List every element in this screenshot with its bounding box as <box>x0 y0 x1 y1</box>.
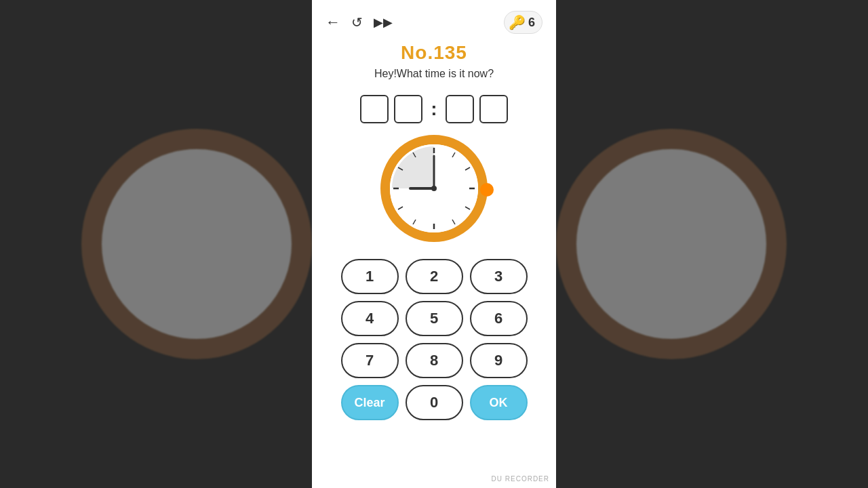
key-badge: 🔑 6 <box>504 11 542 34</box>
bg-clock-right <box>556 129 787 359</box>
ok-button[interactable]: OK <box>470 385 528 420</box>
numpad-row-2: 4 5 6 <box>341 301 528 336</box>
right-background <box>556 0 868 488</box>
answer-boxes: : <box>360 95 507 123</box>
back-button[interactable]: ← <box>326 14 340 31</box>
nav-icons: ← ↺ ▶▶ <box>326 14 393 31</box>
num-btn-0[interactable]: 0 <box>406 385 463 420</box>
numpad: 1 2 3 4 5 6 7 8 9 Clear 0 OK <box>341 259 528 420</box>
left-background <box>0 0 312 488</box>
key-icon: 🔑 <box>509 14 526 30</box>
num-btn-8[interactable]: 8 <box>406 343 463 378</box>
answer-box-3 <box>446 95 474 123</box>
num-btn-6[interactable]: 6 <box>470 301 528 336</box>
orange-dot <box>480 183 494 197</box>
answer-box-1 <box>360 95 389 123</box>
refresh-button[interactable]: ↺ <box>351 14 363 30</box>
clock-container <box>380 134 488 245</box>
phone-panel: ← ↺ ▶▶ 🔑 6 No.135 Hey!What time is it no… <box>312 0 556 488</box>
key-count: 6 <box>528 16 535 30</box>
num-btn-4[interactable]: 4 <box>341 301 399 336</box>
clock-svg <box>380 134 488 243</box>
numpad-row-4: Clear 0 OK <box>341 385 528 420</box>
clear-button[interactable]: Clear <box>341 385 399 420</box>
numpad-row-1: 1 2 3 <box>341 259 528 294</box>
puzzle-question: Hey!What time is it now? <box>374 68 494 80</box>
svg-point-16 <box>431 186 437 191</box>
numpad-row-3: 7 8 9 <box>341 343 528 378</box>
num-btn-2[interactable]: 2 <box>406 259 463 294</box>
time-colon: : <box>431 98 437 120</box>
num-btn-5[interactable]: 5 <box>406 301 463 336</box>
top-bar: ← ↺ ▶▶ 🔑 6 <box>312 0 556 39</box>
forward-button[interactable]: ▶▶ <box>374 15 393 30</box>
num-btn-7[interactable]: 7 <box>341 343 399 378</box>
bg-clock-left <box>81 129 312 359</box>
answer-box-2 <box>394 95 422 123</box>
answer-box-4 <box>479 95 508 123</box>
watermark: DU RECORDER <box>492 475 549 483</box>
puzzle-number: No.135 <box>401 42 467 64</box>
num-btn-3[interactable]: 3 <box>470 259 528 294</box>
num-btn-1[interactable]: 1 <box>341 259 399 294</box>
num-btn-9[interactable]: 9 <box>470 343 528 378</box>
